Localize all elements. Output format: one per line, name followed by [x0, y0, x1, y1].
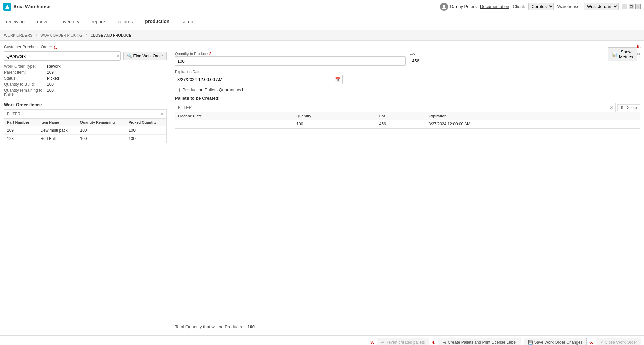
expiry-date-input[interactable]: [175, 75, 333, 84]
cell-part: 128: [4, 135, 38, 143]
logo-icon: [3, 3, 11, 11]
annotation-5: 5.: [637, 44, 641, 49]
documentation-link[interactable]: Documentation: [480, 4, 509, 9]
warehouse-label: Warehouse:: [557, 4, 581, 9]
revert-button[interactable]: ↩ Revert created pallets: [377, 338, 429, 345]
pallet-cell-extra: [618, 120, 640, 128]
pallet-cell-expiration: 3/27/2024 12:00:00 AM: [426, 120, 618, 128]
pallets-table-container: License Plate Quantity Lot Expiration 10…: [175, 112, 640, 129]
delete-icon: 🗑: [620, 105, 624, 110]
nav-item-setup[interactable]: setup: [179, 17, 196, 26]
col-qty-remaining: Quantity Remaining: [77, 119, 126, 126]
nav-item-production[interactable]: production: [142, 17, 172, 26]
annotation-3: 3.: [370, 340, 374, 345]
qty-build-label: Quantity to Build:: [4, 82, 44, 87]
table-row: 209 Dew multi pack 100 100: [4, 126, 166, 135]
breadcrumb-work-orders[interactable]: WORK ORDERS: [4, 33, 32, 37]
calendar-icon[interactable]: 📅: [333, 77, 342, 82]
pallets-filter-input[interactable]: [175, 103, 607, 112]
find-work-order-button[interactable]: 🔍 Find Work Order: [123, 52, 167, 60]
minimize-button[interactable]: —: [622, 4, 627, 9]
client-select[interactable]: Cerritus: [528, 3, 554, 10]
nav-item-move[interactable]: move: [34, 17, 51, 26]
total-row: Total Quantity that will be Produced: 10…: [175, 322, 640, 331]
po-input-row: ✕ 🔍 Find Work Order: [4, 51, 167, 61]
lot-input[interactable]: [410, 56, 640, 65]
nav-item-reports[interactable]: reports: [89, 17, 109, 26]
warehouse-select[interactable]: West Jordan: [584, 3, 619, 10]
pallet-col-expiration: Expiration: [426, 112, 618, 120]
nav-item-inventory[interactable]: inventory: [58, 17, 82, 26]
qty-produce-input[interactable]: [175, 56, 406, 66]
cell-qty-remaining: 100: [77, 135, 126, 143]
svg-marker-0: [5, 5, 9, 9]
work-order-items-section: Work Order Items: ✕ Part Number Item Nam…: [4, 101, 167, 143]
pallets-filter-area: ✕ 🗑 Delete: [175, 103, 640, 112]
pallet-col-extra: [618, 112, 640, 120]
items-filter-clear[interactable]: ✕: [158, 111, 166, 117]
qty-produce-field: Quantity to Produce 2.: [175, 51, 406, 66]
close-work-order-button[interactable]: ✓ Close Work Order: [596, 338, 641, 345]
show-metrics-area: 5. 📊 Show Metrics: [637, 44, 641, 49]
breadcrumb-close-produce[interactable]: CLOSE AND PRODUCE: [91, 33, 131, 37]
save-work-order-button[interactable]: 💾 Save Work Order Changes: [524, 338, 587, 345]
nav-item-returns[interactable]: returns: [116, 17, 136, 26]
col-part-number: Part Number: [4, 119, 38, 126]
search-icon: 🔍: [127, 54, 132, 58]
total-value: 100: [247, 324, 255, 329]
annotation-4: 4.: [432, 340, 436, 345]
close-button[interactable]: ✕: [635, 4, 641, 9]
window-controls: — ❐ ✕: [622, 4, 641, 9]
show-metrics-button[interactable]: 📊 Show Metrics: [608, 47, 637, 61]
pallet-cell-license: [175, 120, 293, 128]
pallet-cell-quantity: 100: [293, 120, 376, 128]
items-filter-input[interactable]: [4, 110, 158, 118]
expiry-label: Expiration Date: [175, 70, 200, 74]
annotation-2: 2.: [209, 51, 213, 56]
topbar: Arca Warehouse Danny Peters Documentatio…: [0, 0, 644, 13]
delete-button[interactable]: 🗑 Delete: [617, 104, 640, 111]
qty-remaining-value: 100: [47, 88, 167, 97]
user-info: Danny Peters: [440, 3, 477, 11]
cell-name: Red Bull: [38, 135, 77, 143]
nav-item-receiving[interactable]: receiving: [3, 17, 28, 26]
customer-po-input[interactable]: [4, 52, 116, 60]
col-picked-qty: Picked Quantity: [126, 119, 166, 126]
quarantine-row: Production Pallets Quarantined: [175, 87, 640, 92]
pallets-filter-container: ✕: [175, 103, 616, 112]
app-title: Arca Warehouse: [13, 4, 50, 9]
main-nav: receiving move inventory reports returns…: [0, 13, 644, 30]
annotation-1: 1.: [53, 45, 57, 50]
print-icon: 🖨: [442, 340, 446, 345]
restore-button[interactable]: ❐: [629, 4, 634, 9]
user-name: Danny Peters: [450, 4, 477, 9]
qty-remaining-label: Quantity remaining to Build:: [4, 88, 44, 97]
expiry-date-field: 📅: [175, 75, 343, 84]
metrics-icon: 📊: [612, 52, 618, 57]
total-label: Total Quantity that will be Produced:: [175, 324, 245, 329]
pallet-cell-lot: 456: [377, 120, 426, 128]
qty-lot-row: Quantity to Produce 2. Lot ☰ Add to Queu…: [175, 51, 640, 66]
bottom-bar: 3. ↩ Revert created pallets 4. 🖨 Create …: [0, 335, 644, 345]
app-logo: Arca Warehouse: [3, 3, 50, 11]
left-panel: Customer Purchase Order: 1. ✕ 🔍 Find Wor…: [0, 41, 171, 335]
main-content: Customer Purchase Order: 1. ✕ 🔍 Find Wor…: [0, 41, 644, 335]
po-clear-button[interactable]: ✕: [116, 53, 120, 59]
create-pallets-button[interactable]: 🖨 Create Pallets and Print License Label: [438, 338, 521, 345]
pallet-col-quantity: Quantity: [293, 112, 376, 120]
cell-picked-qty: 100: [126, 126, 166, 135]
pallets-section: Pallets to be Created: ✕ 🗑 Delete Licens…: [175, 96, 640, 129]
status-label: Status:: [4, 76, 44, 81]
pallets-heading: Pallets to be Created:: [175, 96, 640, 101]
annotation-6: 6.: [589, 340, 593, 345]
quarantine-checkbox[interactable]: [175, 88, 180, 92]
pallets-filter-clear[interactable]: ✕: [607, 105, 615, 110]
quarantine-label: Production Pallets Quarantined: [182, 87, 243, 92]
breadcrumb-work-order-picking[interactable]: WORK ORDER PICKING: [40, 33, 82, 37]
parent-item-label: Parent Item:: [4, 70, 44, 75]
right-panel: 5. 📊 Show Metrics Quantity to Produce 2.: [171, 41, 644, 335]
pallet-col-lot: Lot: [377, 112, 426, 120]
svg-point-1: [443, 5, 445, 7]
pallet-row: 100 456 3/27/2024 12:00:00 AM: [175, 120, 640, 128]
close-icon: ✓: [600, 340, 603, 345]
